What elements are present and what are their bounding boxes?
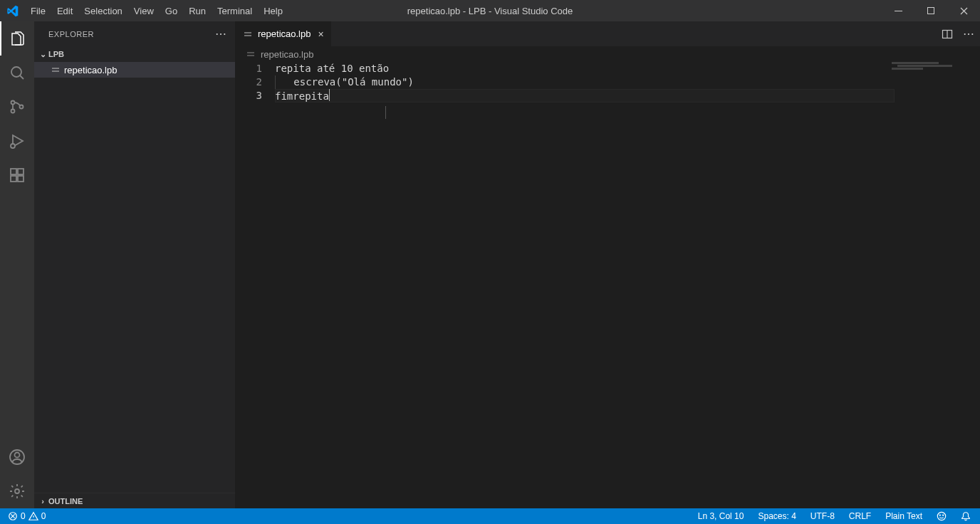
tab-bar: repeticao.lpb × ⋯ bbox=[235, 21, 980, 46]
minimap[interactable] bbox=[892, 62, 970, 83]
warning-count: 0 bbox=[41, 511, 46, 521]
svg-point-18 bbox=[943, 515, 944, 515]
svg-rect-9 bbox=[18, 176, 24, 182]
more-actions-icon[interactable]: ⋯ bbox=[963, 27, 974, 41]
svg-point-13 bbox=[15, 489, 19, 493]
chevron-right-icon: › bbox=[37, 497, 48, 505]
breadcrumb[interactable]: repeticao.lpb bbox=[235, 46, 980, 62]
settings-gear-icon[interactable] bbox=[0, 474, 34, 508]
line-number: 3 bbox=[235, 89, 275, 103]
folder-name: LPB bbox=[48, 50, 64, 58]
code-line[interactable]: fimrepita bbox=[275, 89, 895, 103]
feedback-icon[interactable] bbox=[934, 508, 949, 524]
sidebar-more-icon[interactable]: ⋯ bbox=[215, 27, 227, 41]
status-bar: 0 0 Ln 3, Col 10 Spaces: 4 UTF-8 CRLF Pl… bbox=[0, 508, 980, 524]
status-language[interactable]: Plain Text bbox=[883, 508, 924, 524]
menu-help[interactable]: Help bbox=[258, 0, 288, 21]
sidebar: EXPLORER ⋯ ⌄ LPB repeticao.lpb › OUTLINE bbox=[34, 21, 235, 508]
source-control-icon[interactable] bbox=[0, 90, 34, 124]
maximize-button[interactable] bbox=[914, 0, 947, 21]
file-name: repeticao.lpb bbox=[64, 65, 117, 75]
code-editor[interactable]: 1 2 3 repita até 10 então escreva("Olá m… bbox=[235, 62, 980, 508]
svg-rect-1 bbox=[927, 7, 934, 14]
file-item[interactable]: repeticao.lpb bbox=[34, 62, 235, 78]
error-count: 0 bbox=[21, 511, 26, 521]
status-encoding[interactable]: UTF-8 bbox=[808, 508, 837, 524]
svg-rect-0 bbox=[895, 11, 902, 11]
outline-header[interactable]: › OUTLINE bbox=[34, 493, 235, 508]
menu-run[interactable]: Run bbox=[183, 0, 212, 21]
activity-bar bbox=[0, 21, 34, 508]
vscode-logo-icon bbox=[0, 5, 25, 17]
window-title: repeticao.lpb - LPB - Visual Studio Code bbox=[407, 6, 573, 16]
tab-repeticao[interactable]: repeticao.lpb × bbox=[235, 21, 332, 46]
svg-point-16 bbox=[937, 512, 945, 520]
tab-label: repeticao.lpb bbox=[258, 28, 311, 39]
file-icon bbox=[245, 48, 256, 60]
status-problems[interactable]: 0 0 bbox=[6, 508, 48, 524]
status-cursor-position[interactable]: Ln 3, Col 10 bbox=[696, 508, 746, 524]
svg-point-12 bbox=[15, 453, 20, 458]
line-number: 1 bbox=[235, 62, 275, 75]
text-cursor bbox=[329, 89, 330, 101]
extensions-icon[interactable] bbox=[0, 158, 34, 192]
split-editor-icon[interactable] bbox=[942, 28, 953, 40]
explorer-title: EXPLORER bbox=[48, 30, 94, 38]
close-button[interactable] bbox=[947, 0, 980, 21]
svg-point-2 bbox=[11, 67, 21, 77]
svg-rect-8 bbox=[11, 176, 16, 182]
run-debug-icon[interactable] bbox=[0, 124, 34, 158]
status-eol[interactable]: CRLF bbox=[847, 508, 873, 524]
explorer-icon[interactable] bbox=[0, 21, 34, 56]
outline-label: OUTLINE bbox=[48, 497, 83, 505]
svg-rect-10 bbox=[18, 169, 24, 174]
svg-rect-7 bbox=[11, 169, 16, 174]
accounts-icon[interactable] bbox=[0, 440, 34, 474]
chevron-down-icon: ⌄ bbox=[37, 50, 48, 59]
menu-go[interactable]: Go bbox=[160, 0, 183, 21]
search-icon[interactable] bbox=[0, 56, 34, 90]
svg-point-4 bbox=[11, 110, 15, 113]
line-gutter: 1 2 3 bbox=[235, 62, 275, 508]
menu-terminal[interactable]: Terminal bbox=[212, 0, 258, 21]
menu-selection[interactable]: Selection bbox=[78, 0, 127, 21]
line-number: 2 bbox=[235, 75, 275, 89]
menu-edit[interactable]: Edit bbox=[51, 0, 78, 21]
folder-header[interactable]: ⌄ LPB bbox=[34, 46, 235, 62]
menu-file[interactable]: File bbox=[25, 0, 51, 21]
status-indentation[interactable]: Spaces: 4 bbox=[756, 508, 798, 524]
minimize-button[interactable] bbox=[882, 0, 914, 21]
notifications-icon[interactable] bbox=[959, 508, 973, 524]
tab-close-icon[interactable]: × bbox=[318, 28, 323, 40]
svg-point-6 bbox=[11, 144, 15, 148]
menu-bar: File Edit Selection View Go Run Terminal… bbox=[25, 0, 288, 21]
title-bar: File Edit Selection View Go Run Terminal… bbox=[0, 0, 980, 21]
file-icon bbox=[242, 28, 254, 40]
tab-actions: ⋯ bbox=[942, 21, 980, 46]
menu-view[interactable]: View bbox=[128, 0, 160, 21]
svg-point-17 bbox=[939, 515, 940, 515]
window-controls bbox=[882, 0, 980, 21]
svg-point-5 bbox=[20, 105, 24, 109]
breadcrumb-file: repeticao.lpb bbox=[261, 49, 313, 60]
code-lines[interactable]: repita até 10 então escreva("Olá mundo")… bbox=[275, 62, 980, 508]
sidebar-header: EXPLORER ⋯ bbox=[34, 21, 235, 46]
file-icon bbox=[50, 64, 61, 75]
svg-point-3 bbox=[11, 101, 15, 105]
code-line[interactable]: escreva("Olá mundo") bbox=[275, 75, 895, 89]
code-line[interactable]: repita até 10 então bbox=[275, 62, 895, 75]
editor-area: repeticao.lpb × ⋯ repeticao.lpb 1 2 3 bbox=[235, 21, 980, 508]
mouse-text-cursor bbox=[385, 106, 386, 119]
